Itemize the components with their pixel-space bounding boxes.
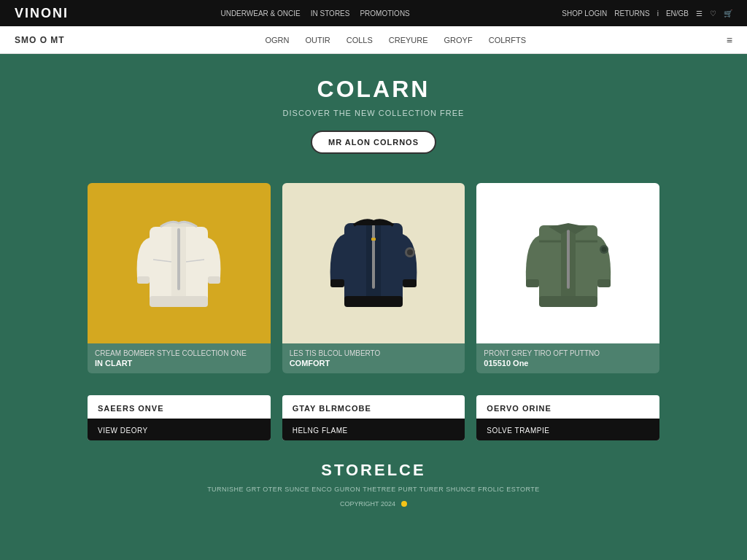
svg-rect-2 <box>177 228 180 290</box>
svg-rect-5 <box>208 276 220 284</box>
product-card-1[interactable]: CREAM BOMBER STYLE COLLECTION ONE IN CLA… <box>88 183 271 373</box>
product-image-1 <box>88 183 271 343</box>
footer-copyright: COPYRIGHT 2024 <box>340 500 395 508</box>
category-menu: OGRN OUTIR COLLS CREYURE GROYF COLRFTS <box>265 36 526 44</box>
product-info-2: LES TIS BLCOL UMBERTO COMFORT <box>282 343 465 373</box>
category-card-3[interactable]: OERVO ORINE SOLVE TRAMPIE <box>476 395 659 440</box>
svg-rect-11 <box>371 238 376 241</box>
menu-item-groyf[interactable]: GROYF <box>444 36 473 44</box>
category-label-1: SAEERS ONVE <box>98 404 260 413</box>
category-action-2[interactable]: HELNG FLAME <box>293 427 348 435</box>
menu-item-colls[interactable]: COLLS <box>347 36 373 44</box>
jacket-svg-1 <box>131 198 226 329</box>
top-nav-actions: SHOP LOGIN RETURNS i EN/GB ☰ ♡ 🛒 <box>562 9 732 18</box>
category-card-2[interactable]: GTAY BLRMCOBE HELNG FLAME <box>282 395 465 440</box>
svg-rect-14 <box>403 279 417 287</box>
hero-section: COLARN DISCOVER THE NEW COLLECTION FREE … <box>0 54 747 168</box>
product-price-3: 015510 One <box>484 359 652 368</box>
jacket-svg-2 <box>326 198 421 329</box>
product-name-1: CREAM BOMBER STYLE COLLECTION ONE <box>95 349 263 357</box>
svg-rect-10 <box>372 225 375 289</box>
top-nav-links: UNDERWEAR & ONCIE IN STORES PROMOTIONS <box>220 9 409 18</box>
hero-cta-button[interactable]: MR ALON COLRNOS <box>311 131 436 154</box>
svg-rect-13 <box>330 279 344 287</box>
menu-icon[interactable]: ☰ <box>696 9 703 18</box>
footer-section: STORELCE TURNISHE GRT OTER SUNCE ENCO GU… <box>0 448 747 515</box>
category-action-3[interactable]: SOLVE TRAMPIE <box>487 427 549 435</box>
category-top-3: OERVO ORINE <box>476 395 659 419</box>
svg-rect-3 <box>150 296 208 307</box>
products-grid: CREAM BOMBER STYLE COLLECTION ONE IN CLA… <box>88 183 659 373</box>
product-price-1: IN CLART <box>95 359 263 368</box>
category-label-3: OERVO ORINE <box>487 404 649 413</box>
svg-rect-4 <box>137 276 150 284</box>
svg-rect-22 <box>597 279 611 287</box>
svg-rect-19 <box>567 227 570 289</box>
hero-subtitle: DISCOVER THE NEW COLLECTION FREE <box>15 109 732 117</box>
footer-bottom: COPYRIGHT 2024 <box>15 500 732 508</box>
category-bottom-2: HELNG FLAME <box>282 419 465 440</box>
svg-rect-21 <box>526 279 539 287</box>
product-price-2: COMFORT <box>290 359 458 368</box>
svg-rect-20 <box>539 296 597 307</box>
wishlist-icon[interactable]: ♡ <box>710 9 716 18</box>
hero-title: COLARN <box>15 76 732 103</box>
product-name-3: PRONT GREY TIRO OFT PUTTNO <box>484 349 652 357</box>
secondary-navbar: SMO O MT OGRN OUTIR COLLS CREYURE GROYF … <box>0 26 747 54</box>
category-bottom-3: SOLVE TRAMPIE <box>476 419 659 440</box>
category-top-2: GTAY BLRMCOBE <box>282 395 465 419</box>
info-icon[interactable]: i <box>657 9 659 18</box>
categories-grid: SAEERS ONVE VIEW DEORY GTAY BLRMCOBE HEL… <box>88 395 659 440</box>
top-navbar: VINONI UNDERWEAR & ONCIE IN STORES PROMO… <box>0 0 747 26</box>
hamburger-icon[interactable]: ≡ <box>727 34 732 46</box>
product-info-1: CREAM BOMBER STYLE COLLECTION ONE IN CLA… <box>88 343 271 373</box>
nav-link-underwear[interactable]: UNDERWEAR & ONCIE <box>220 9 300 18</box>
products-section: CREAM BOMBER STYLE COLLECTION ONE IN CLA… <box>0 168 747 388</box>
product-image-2 <box>282 183 465 343</box>
svg-point-26 <box>601 247 606 252</box>
jacket-svg-3 <box>521 198 616 329</box>
categories-section: SAEERS ONVE VIEW DEORY GTAY BLRMCOBE HEL… <box>0 388 747 448</box>
product-card-3[interactable]: PRONT GREY TIRO OFT PUTTNO 015510 One <box>476 183 659 373</box>
product-info-3: PRONT GREY TIRO OFT PUTTNO 015510 One <box>476 343 659 373</box>
footer-links: TURNISHE GRT OTER SUNCE ENCO GURON THETR… <box>15 486 732 493</box>
brand-label[interactable]: SMO O MT <box>15 35 65 45</box>
product-name-2: LES TIS BLCOL UMBERTO <box>290 349 458 357</box>
language-selector[interactable]: EN/GB <box>666 9 689 18</box>
category-bottom-1: VIEW DEORY <box>88 419 271 440</box>
svg-point-16 <box>407 249 413 255</box>
site-logo[interactable]: VINONI <box>15 6 69 21</box>
category-top-1: SAEERS ONVE <box>88 395 271 419</box>
login-link[interactable]: SHOP LOGIN <box>562 9 607 18</box>
nav-link-instores[interactable]: IN STORES <box>311 9 350 18</box>
cart-icon[interactable]: 🛒 <box>724 9 732 18</box>
menu-item-colrfts[interactable]: COLRFTS <box>489 36 526 44</box>
menu-item-outir[interactable]: OUTIR <box>305 36 330 44</box>
nav-link-promotions[interactable]: PROMOTIONS <box>360 9 409 18</box>
footer-dot-icon <box>401 501 407 507</box>
category-card-1[interactable]: SAEERS ONVE VIEW DEORY <box>88 395 271 440</box>
menu-item-ogrn[interactable]: OGRN <box>265 36 289 44</box>
category-action-1[interactable]: VIEW DEORY <box>98 427 148 435</box>
product-card-2[interactable]: LES TIS BLCOL UMBERTO COMFORT <box>282 183 465 373</box>
svg-rect-12 <box>344 296 403 307</box>
footer-title: STORELCE <box>15 461 732 480</box>
category-label-2: GTAY BLRMCOBE <box>293 404 455 413</box>
returns-link[interactable]: RETURNS <box>614 9 649 18</box>
menu-item-creyure[interactable]: CREYURE <box>389 36 428 44</box>
product-image-3 <box>476 183 659 343</box>
